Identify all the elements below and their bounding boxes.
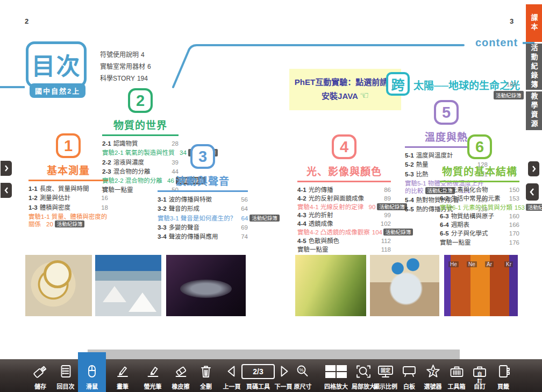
eraser-icon <box>172 364 189 379</box>
left-panel-expand-button[interactable] <box>1 161 12 176</box>
tab-teaching-resources[interactable]: 教學資源 <box>526 91 542 130</box>
content-header-label: content <box>475 37 518 49</box>
toc-item[interactable]: 實驗一點靈176 <box>440 239 519 247</box>
toc-item[interactable]: 4-5色散與顏色112 <box>297 238 391 245</box>
whiteboard-button[interactable]: 白板 <box>401 359 418 392</box>
activity-record-tag[interactable]: 活動紀錄簿 <box>55 220 85 227</box>
page-indicator-box: 2/3 <box>241 364 275 379</box>
chapter-title[interactable]: 光、影像與顏色 <box>297 163 391 182</box>
toc-item[interactable]: 實驗一點靈118 <box>297 246 391 254</box>
four-grid-zoom-button[interactable]: 四格放大 <box>324 359 348 392</box>
toc-title: 目次 <box>32 47 81 82</box>
four-grid-icon <box>324 364 348 379</box>
activity-record-tag[interactable]: 活動紀錄簿 <box>383 229 413 236</box>
custom-toolbox-icon <box>471 364 488 379</box>
chapter-section-1: 1 基本測量 1-1長度、質量與時間12 1-2測量與估計16 1-3體積與密度… <box>28 133 108 230</box>
gas-tube-label: Ne <box>467 261 477 267</box>
cross-feature-title[interactable]: 太陽──地球的生命之光 <box>413 77 520 92</box>
toolbox-button[interactable]: 工具箱 <box>448 359 466 392</box>
tab-activity-record[interactable]: 活動紀錄簿 <box>526 44 542 90</box>
area-zoom-button[interactable]: 局部放大 <box>352 359 375 392</box>
phet-notice-line1: PhET互動實驗：點選前請先 <box>295 76 396 88</box>
chapter-title[interactable]: 物質的基本結構 <box>440 163 519 182</box>
original-size-button[interactable]: % 原尺寸 <box>294 359 312 392</box>
page-tabs-button[interactable]: 頁籤 <box>495 359 512 392</box>
toc-item[interactable]: 6-1元素與化合物150 <box>440 187 519 194</box>
toc-item-experiment[interactable]: 實驗6-1 元素的性質與分類153活動紀錄簿 <box>440 204 519 212</box>
activity-record-tag[interactable]: 活動紀錄簿 <box>377 203 407 210</box>
toc-item[interactable]: 6-3物質結構與原子160 <box>440 213 519 220</box>
intro-list: 符號使用說明4 實驗室常用器材6 科學STORY194 <box>100 49 151 85</box>
cross-feature-page: 182 <box>507 81 516 88</box>
toc-item[interactable]: 4-3光的折射99 <box>297 212 391 219</box>
highlighter-icon <box>144 364 161 379</box>
display-scale-button[interactable]: 固定 顯示比例 <box>374 359 397 392</box>
toc-item[interactable]: 6-5分子與化學式170 <box>440 230 519 238</box>
phet-java-notice[interactable]: PhET互動實驗：點選前請先 安裝JAVA☜ <box>289 69 401 110</box>
activity-record-tag[interactable]: 活動紀錄簿 <box>494 91 524 99</box>
intro-item[interactable]: 科學STORY194 <box>100 73 151 82</box>
toc-item[interactable]: 4-2光的反射與面鏡成像89 <box>297 195 391 203</box>
toc-item[interactable]: 6-4週期表166 <box>440 222 519 229</box>
toc-item-experiment[interactable]: 實驗1-1 質量、體積與密度的關係20活動紀錄簿 <box>28 213 108 229</box>
intro-item[interactable]: 實驗室常用器材6 <box>100 61 151 70</box>
gas-tube-label: Ar <box>485 261 494 267</box>
toc-item[interactable]: 1-3體積與密度18 <box>28 204 108 212</box>
back-to-toc-button[interactable]: 回目次 <box>57 359 75 392</box>
eraser-tool-button[interactable]: 橡皮擦 <box>172 359 190 392</box>
pen-tool-button[interactable]: 畫筆 <box>114 359 131 392</box>
toc-item[interactable]: 4-1光的傳播86 <box>297 187 391 194</box>
chapter-title[interactable]: 波動與聲音 <box>158 173 248 192</box>
photo-salt-fields <box>95 255 161 316</box>
previous-page-button[interactable]: 上一頁 <box>223 359 241 392</box>
toc-list-icon <box>57 364 74 379</box>
activity-record-tag[interactable]: 活動紀錄簿 <box>526 204 542 211</box>
toc-item[interactable]: 3-2聲音的形成64 <box>158 205 248 213</box>
right-panel-collapse-button[interactable] <box>526 183 539 201</box>
next-page-button[interactable]: 下一頁 <box>275 359 293 392</box>
left-page-number: 2 <box>25 17 28 25</box>
custom-tools-button[interactable]: 自訂 自訂 <box>471 359 488 392</box>
page-indicator-value: 2/3 <box>253 367 263 376</box>
page-number-tool[interactable]: 2/3 頁碼工具 <box>241 359 275 392</box>
chevron-left-icon <box>529 188 536 196</box>
toc-item[interactable]: 6-2生活中常見的元素153 <box>440 195 519 203</box>
photo-pocket-watch <box>25 255 92 316</box>
usb-save-icon <box>32 364 49 379</box>
area-zoom-icon <box>355 364 372 379</box>
tab-textbook[interactable]: 課本 <box>526 4 542 42</box>
mouse-tool-button[interactable]: 滑鼠 <box>78 352 106 392</box>
chapter-title[interactable]: 物質的世界 <box>102 117 179 136</box>
toc-item[interactable]: 1-2測量與估計16 <box>28 195 108 202</box>
book-subtitle-badge: 國中自然2上 <box>30 83 85 98</box>
toc-item[interactable]: 4-4透鏡成像102 <box>297 220 391 228</box>
right-panel-expand-button[interactable] <box>528 161 539 176</box>
toc-item-experiment[interactable]: 實驗4-1 光線反射的定律90活動紀錄簿 <box>297 204 391 211</box>
page-tabs-icon <box>495 364 512 379</box>
cross-subject-badge: 跨 <box>386 72 410 96</box>
chapter-section-3: 3 波動與聲音 3-1波的傳播與特徵56 3-2聲音的形成64 實驗3-1 聲音… <box>158 144 248 243</box>
save-button[interactable]: 儲存 <box>32 359 49 392</box>
chapter-title[interactable]: 基本測量 <box>28 162 108 181</box>
page-shadow-bar <box>88 350 460 359</box>
prev-page-icon <box>223 364 240 379</box>
highlighter-tool-button[interactable]: 螢光筆 <box>144 359 162 392</box>
photo-drum-splash <box>166 255 246 316</box>
chevron-left-icon <box>4 187 9 194</box>
toc-item[interactable]: 3-1波的傳播與特徵56 <box>158 196 248 204</box>
intro-item[interactable]: 符號使用說明4 <box>100 49 151 59</box>
toc-item-experiment[interactable]: 實驗4-2 凸透鏡的成像觀察104活動紀錄簿 <box>297 229 391 237</box>
toc-item[interactable]: 1-1長度、質量與時間12 <box>28 186 108 193</box>
toc-item-experiment[interactable]: 實驗3-1 聲音是如何產生的？64活動紀錄簿 <box>158 215 248 223</box>
photo-gas-discharge-tubes: He Ne Ar Kr <box>444 255 518 316</box>
delete-all-button[interactable]: 全刪 <box>197 359 215 392</box>
ebook-reader: 2 3 content 目次 國中自然2上 符號使用說明4 實驗室常用器材6 科… <box>0 0 542 392</box>
photo-bottles-ice <box>370 255 439 316</box>
toc-item[interactable]: 3-4聲波的傳播與應用74 <box>158 233 248 241</box>
toc-item[interactable]: 3-3多變的聲音69 <box>158 224 248 232</box>
chapter-number-badge: 2 <box>128 88 153 113</box>
chapter-section-6: 6 物質的基本結構 6-1元素與化合物150 6-2生活中常見的元素153 實驗… <box>440 134 519 248</box>
number-picker-button[interactable]: 7 選號器 <box>424 359 442 392</box>
activity-record-tag[interactable]: 活動紀錄簿 <box>249 215 280 222</box>
left-panel-collapse-button[interactable] <box>1 183 12 198</box>
